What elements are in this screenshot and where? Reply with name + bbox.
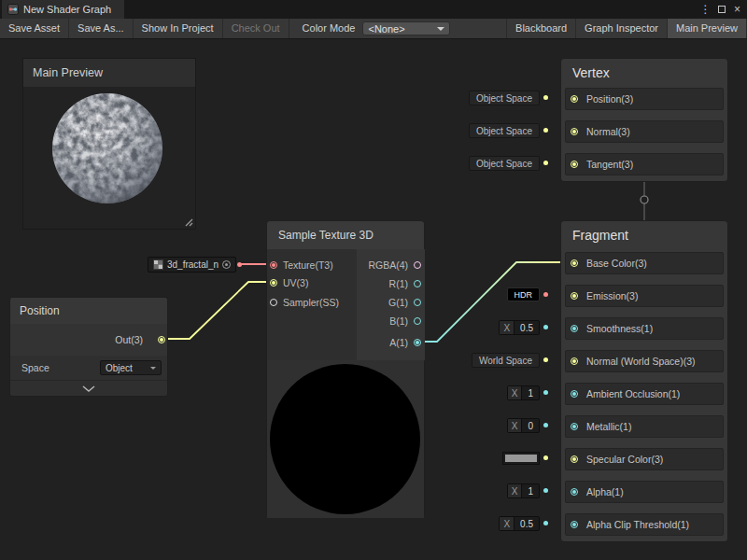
fragment-row-specular-color: Specular Color(3) xyxy=(565,448,724,470)
port-alpha-clip-label: Alpha Clip Threshold(1) xyxy=(586,514,689,535)
output-row-r: R(1) xyxy=(267,275,424,292)
main-preview-viewport[interactable] xyxy=(23,87,195,229)
port-specular-color[interactable] xyxy=(571,455,578,463)
connector-dot xyxy=(543,390,548,395)
fragment-row-ambient-occlusion: Ambient Occlusion(1) xyxy=(565,383,724,405)
position-node[interactable]: Position Out(3) Space Object xyxy=(9,297,168,397)
color-mode-dropdown[interactable]: <None> xyxy=(362,21,450,35)
port-ambient-occlusion[interactable] xyxy=(571,390,578,398)
float-field-smoothness[interactable]: X 0.5 xyxy=(499,320,540,335)
dropdown-arrow-icon xyxy=(437,27,444,31)
kebab-menu-icon[interactable]: ⋮ xyxy=(698,0,713,19)
port-normal[interactable] xyxy=(571,128,578,135)
port-r[interactable] xyxy=(414,280,421,287)
edge-alpha-to-basecolor[interactable] xyxy=(420,262,564,342)
resize-grip-icon[interactable] xyxy=(184,217,193,227)
port-a-label: A(1) xyxy=(389,334,408,351)
position-node-title: Position xyxy=(10,298,167,324)
texture-thumbnail-icon xyxy=(153,259,163,270)
fragment-node[interactable]: Fragment Base Color(3) Emission(3) Smoot… xyxy=(560,220,728,542)
main-preview-panel[interactable]: Main Preview xyxy=(22,58,196,230)
connector-dot xyxy=(543,423,548,427)
stack-link-handle[interactable] xyxy=(641,196,648,203)
default-pill-position-space[interactable]: Object Space xyxy=(469,91,540,105)
blackboard-button[interactable]: Blackboard xyxy=(506,19,576,38)
close-icon[interactable]: × xyxy=(729,0,745,19)
node-preview-area[interactable] xyxy=(267,360,424,518)
pill-label: World Space xyxy=(479,356,532,366)
float-field-metallic[interactable]: X 0 xyxy=(507,418,540,433)
port-g[interactable] xyxy=(414,299,421,306)
port-position[interactable] xyxy=(571,95,578,103)
port-rgba[interactable] xyxy=(414,261,421,269)
value[interactable]: 0.5 xyxy=(514,323,539,333)
texture-preview-sphere xyxy=(270,364,420,514)
connector-dot xyxy=(543,161,548,165)
port-metallic-label: Metallic(1) xyxy=(586,416,631,437)
axis-label: X xyxy=(508,386,523,399)
check-out-button: Check Out xyxy=(223,19,289,38)
fragment-node-title: Fragment xyxy=(561,221,727,249)
pill-label: Object Space xyxy=(476,126,532,136)
port-tangent[interactable] xyxy=(571,161,578,168)
fragment-row-smoothness: Smoothness(1) xyxy=(565,317,724,340)
vertex-row-normal: Normal(3) xyxy=(565,120,724,143)
port-out[interactable] xyxy=(158,336,165,343)
main-preview-button[interactable]: Main Preview xyxy=(667,19,747,38)
float-field-alpha[interactable]: X 1 xyxy=(507,483,540,498)
fragment-row-alpha: Alpha(1) xyxy=(565,481,724,503)
tab-bar: New Shader Graph ⋮ × xyxy=(0,0,747,19)
fragment-row-alpha-clip: Alpha Clip Threshold(1) xyxy=(565,513,724,536)
pill-label: Object Space xyxy=(476,93,532,104)
texture-asset-pill[interactable]: 3d_fractal_n xyxy=(148,257,236,273)
float-field-alpha-clip[interactable]: X 0.5 xyxy=(499,516,540,531)
object-picker-icon[interactable] xyxy=(222,260,231,269)
value[interactable]: 0.5 xyxy=(514,519,539,529)
tab-new-shader-graph[interactable]: New Shader Graph xyxy=(2,0,124,19)
fragment-row-normal-ws: Normal (World Space)(3) xyxy=(565,350,724,372)
port-b[interactable] xyxy=(414,317,421,325)
preview-sphere[interactable] xyxy=(23,87,195,229)
maximize-icon[interactable] xyxy=(713,0,729,19)
value[interactable]: 0 xyxy=(522,421,539,431)
save-asset-button[interactable]: Save Asset xyxy=(0,19,69,38)
port-a[interactable] xyxy=(414,339,421,346)
port-base-color[interactable] xyxy=(571,259,578,267)
sample-texture-3d-node[interactable]: Sample Texture 3D Texture(T3) UV(3) Samp… xyxy=(266,220,425,518)
main-preview-title[interactable]: Main Preview xyxy=(23,59,195,87)
vertex-row-tangent: Tangent(3) xyxy=(565,153,724,175)
port-emission[interactable] xyxy=(571,292,578,300)
value[interactable]: 1 xyxy=(522,388,539,399)
show-in-project-button[interactable]: Show In Project xyxy=(134,19,223,38)
port-tangent-label: Tangent(3) xyxy=(586,154,633,175)
graph-canvas[interactable]: Main Preview xyxy=(0,39,747,560)
space-pill-world-space[interactable]: World Space xyxy=(472,353,540,368)
port-normal-ws[interactable] xyxy=(571,357,578,365)
port-out-label: Out(3) xyxy=(115,324,143,356)
connector-dot xyxy=(543,95,548,100)
port-r-label: R(1) xyxy=(389,275,408,292)
port-normal-label: Normal(3) xyxy=(586,121,630,142)
float-field-ambient-occlusion[interactable]: X 1 xyxy=(507,385,540,400)
edge-position-to-uv[interactable] xyxy=(164,282,269,339)
port-base-color-label: Base Color(3) xyxy=(586,253,647,273)
connector-dot xyxy=(543,521,548,525)
output-row-rgba: RGBA(4) xyxy=(267,257,424,273)
hdr-color-field[interactable]: HDR xyxy=(507,287,541,301)
hdr-label: HDR xyxy=(514,290,533,300)
space-dropdown[interactable]: Object xyxy=(100,360,162,375)
default-pill-tangent-space[interactable]: Object Space xyxy=(469,156,540,171)
port-metallic[interactable] xyxy=(571,423,578,430)
color-swatch-specular[interactable] xyxy=(502,452,540,465)
value[interactable]: 1 xyxy=(522,486,539,497)
port-smoothness[interactable] xyxy=(571,325,578,332)
default-pill-normal-space[interactable]: Object Space xyxy=(469,123,540,138)
pill-label: Object Space xyxy=(476,159,532,169)
graph-inspector-button[interactable]: Graph Inspector xyxy=(575,19,668,38)
port-alpha-clip[interactable] xyxy=(571,521,578,528)
vertex-node[interactable]: Vertex Position(3) Normal(3) Tangent(3) xyxy=(560,58,728,182)
axis-label: X xyxy=(508,484,523,497)
save-as-button[interactable]: Save As... xyxy=(69,19,134,38)
chevron-down-icon[interactable] xyxy=(82,385,95,392)
port-alpha[interactable] xyxy=(571,488,578,496)
